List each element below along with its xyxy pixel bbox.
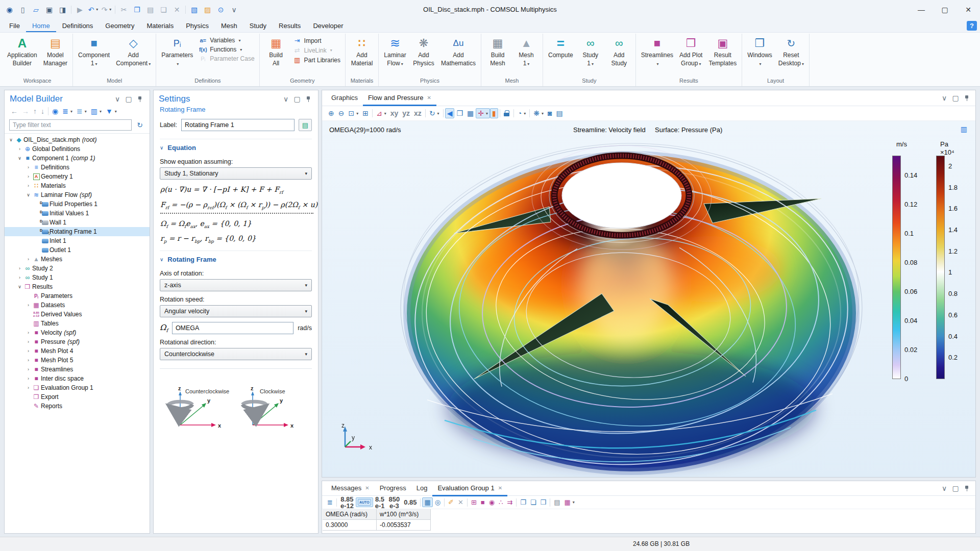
- color-table-icon[interactable]: ■: [479, 497, 487, 507]
- delete-icon[interactable]: ✕: [170, 3, 183, 16]
- minimize-icon[interactable]: —: [910, 0, 933, 19]
- rename-button[interactable]: ▤: [299, 119, 312, 131]
- ribbon-button-streamlines[interactable]: ■Streamlines▾: [639, 34, 676, 67]
- tree-expander-icon[interactable]: ›: [25, 165, 32, 170]
- ribbon-button-import[interactable]: ⇥Import: [291, 37, 342, 44]
- node-view-icon[interactable]: ▥▾: [89, 106, 104, 116]
- rotation-speed-select[interactable]: Angular velocity▾: [160, 305, 312, 317]
- copy-icon[interactable]: ❐: [131, 3, 143, 16]
- decimal-notation-icon[interactable]: 0.85: [402, 497, 419, 507]
- cut-icon[interactable]: ✂: [117, 3, 130, 16]
- tree-node-outlet-1[interactable]: Outlet 1: [5, 245, 150, 255]
- table-cell[interactable]: 0.30000: [323, 520, 377, 531]
- animate-icon[interactable]: ◉: [487, 497, 497, 507]
- tree-node-rotating-frame-1[interactable]: Rotating Frame 1: [5, 227, 150, 236]
- ribbon-button-parameter-case[interactable]: PᵢParameter Case: [197, 55, 256, 62]
- view-yz-icon[interactable]: yz: [400, 108, 412, 118]
- table-header-cell[interactable]: w*100 (m^3/s): [377, 509, 431, 520]
- menu-geometry[interactable]: Geometry: [99, 20, 140, 32]
- tree-node-mesh-plot-5[interactable]: ›■Mesh Plot 5: [5, 356, 150, 365]
- ribbon-button-reset-desktop[interactable]: ↻ResetDesktop▾: [776, 34, 806, 67]
- color-legend-icon[interactable]: ▮: [490, 108, 498, 118]
- bottom-tab-log[interactable]: Log: [411, 481, 433, 496]
- table-header-cell[interactable]: OMEGA (rad/s): [323, 509, 377, 520]
- rotational-direction-select[interactable]: Counterclockwise▾: [160, 348, 312, 360]
- view-xz-icon[interactable]: xz: [412, 108, 424, 118]
- tree-expander-icon[interactable]: ∨: [25, 192, 32, 197]
- select-box-icon[interactable]: ▧: [188, 3, 201, 16]
- filter-input[interactable]: [9, 119, 132, 131]
- axes-indicator-icon[interactable]: ✛▾: [476, 108, 490, 118]
- view-xy-icon[interactable]: xy: [388, 108, 401, 118]
- back-icon[interactable]: ←: [9, 106, 20, 116]
- tree-node-inter-disc-space[interactable]: ›■Inter disc space: [5, 374, 150, 383]
- chevron-down-icon[interactable]: ∨: [940, 94, 949, 102]
- collapse-all-icon[interactable]: ≣▾: [75, 106, 89, 116]
- tree-node-materials[interactable]: ›∷Materials: [5, 181, 150, 190]
- ribbon-button-add-material[interactable]: ∷AddMaterial: [348, 34, 376, 67]
- tree-expander-icon[interactable]: ›: [25, 358, 32, 363]
- tree-node-datasets[interactable]: ›▦Datasets: [5, 300, 150, 310]
- graphics-viewport[interactable]: OMEGA(29)=1000 rad/s Streamline: Velocit…: [322, 121, 975, 477]
- close-tab-icon[interactable]: ✕: [365, 485, 369, 491]
- chevron-down-icon[interactable]: ∨: [940, 484, 949, 492]
- tree-expander-icon[interactable]: ›: [25, 376, 32, 381]
- pin-icon[interactable]: [304, 95, 313, 103]
- float-icon[interactable]: ▢: [951, 484, 960, 492]
- ribbon-button-add-component[interactable]: ◇AddComponent▾: [113, 34, 153, 67]
- auto-notation-icon[interactable]: AUTO: [356, 497, 373, 507]
- tree-node-global-definitions[interactable]: ›⊕Global Definitions: [5, 144, 150, 154]
- tree-node-velocity[interactable]: ›■Velocity(spf): [5, 328, 150, 337]
- tree-node-oil-disc-stack-mph[interactable]: ∨◆OIL_Disc_stack.mph(root): [5, 135, 150, 144]
- pin-icon[interactable]: [962, 484, 971, 492]
- ribbon-button-compute[interactable]: =Compute: [546, 34, 576, 60]
- move-down-icon[interactable]: ↓: [39, 106, 46, 116]
- zoom-out-icon[interactable]: ⊖: [336, 108, 347, 118]
- axis-of-rotation-select[interactable]: z-axis▾: [160, 279, 312, 291]
- tree-node-study-1[interactable]: ›∞Study 1: [5, 273, 150, 282]
- zoom-box-icon[interactable]: ⊡▾: [346, 108, 360, 118]
- rotating-frame-section-header[interactable]: ∨ Rotating Frame: [160, 251, 312, 263]
- ribbon-button-result-templates[interactable]: ▣ResultTemplates: [706, 34, 739, 67]
- paste-table-icon[interactable]: ❒: [538, 497, 549, 507]
- tree-expander-icon[interactable]: ›: [25, 183, 32, 188]
- save-icon[interactable]: ▣: [43, 3, 56, 16]
- ribbon-button-livelink[interactable]: ⇄LiveLink▾: [291, 46, 342, 54]
- close-tab-icon[interactable]: ✕: [427, 95, 431, 101]
- forward-icon[interactable]: →: [20, 106, 31, 116]
- chevron-down-icon[interactable]: ∨: [113, 95, 122, 103]
- tree-node-fluid-properties-1[interactable]: Fluid Properties 1: [5, 199, 150, 209]
- show-icon[interactable]: ◉: [50, 106, 60, 116]
- snapshot-icon[interactable]: ◙: [546, 108, 554, 118]
- tree-expander-icon[interactable]: ∨: [16, 284, 23, 289]
- save-as-icon[interactable]: ◨: [56, 3, 69, 16]
- menu-study[interactable]: Study: [243, 20, 273, 32]
- tree-expander-icon[interactable]: ›: [25, 348, 32, 354]
- tree-node-definitions[interactable]: ›≡Definitions: [5, 163, 150, 172]
- close-icon[interactable]: ✕: [957, 0, 980, 19]
- ribbon-button-app-builder[interactable]: AApplicationBuilder: [5, 34, 40, 67]
- equation-study-select[interactable]: Study 1, Stationary▾: [160, 167, 312, 180]
- bottom-tab-messages[interactable]: Messages✕: [326, 481, 375, 496]
- menu-file[interactable]: File: [3, 20, 26, 32]
- compact-notation-icon[interactable]: 850e-3: [386, 494, 402, 511]
- chevron-down-icon[interactable]: ∨: [281, 95, 290, 103]
- angular-velocity-input[interactable]: [172, 322, 293, 334]
- zoom-extents-icon[interactable]: ⊞: [360, 108, 371, 118]
- tree-expander-icon[interactable]: ›: [25, 339, 32, 344]
- ribbon-button-model-manager[interactable]: ▤ModelManager: [41, 34, 70, 67]
- ribbon-button-component[interactable]: ■Component1▾: [76, 34, 112, 67]
- full-view-icon[interactable]: ◎: [433, 497, 443, 507]
- menu-physics[interactable]: Physics: [180, 20, 215, 32]
- float-icon[interactable]: ▢: [951, 94, 960, 102]
- new-file-icon[interactable]: ▯: [16, 3, 29, 16]
- move-up-icon[interactable]: ↑: [31, 106, 39, 116]
- ribbon-button-parameters[interactable]: PᵢParameters▾: [159, 34, 195, 67]
- tree-node-geometry-1[interactable]: ›Geometry 1: [5, 172, 150, 181]
- tree-node-streamlines[interactable]: ›■Streamlines: [5, 365, 150, 374]
- sound-icon[interactable]: ◀: [445, 108, 455, 118]
- pin-icon[interactable]: [135, 95, 144, 103]
- tree-expander-icon[interactable]: ∨: [16, 156, 23, 161]
- lock-icon[interactable]: [502, 109, 512, 118]
- graphics-tab-graphics[interactable]: Graphics: [326, 90, 363, 106]
